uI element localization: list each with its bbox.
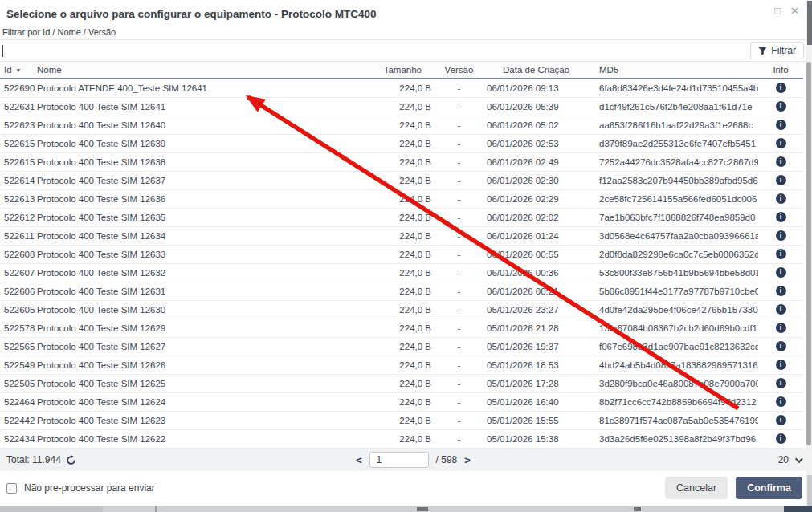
info-icon[interactable]: i (776, 433, 786, 444)
background-page-sliver (784, 506, 812, 512)
table-row[interactable]: 5226151 Protocolo 400 Teste SIM 12638 22… (0, 153, 803, 172)
cell-nome: Protocolo 400 Teste SIM 12632 (35, 268, 353, 278)
table-row[interactable]: 5226055 Protocolo 400 Teste SIM 12630 22… (0, 301, 803, 319)
close-icon[interactable]: ✕ (790, 6, 799, 17)
table-row[interactable]: 5226129 Protocolo 400 Teste SIM 12635 22… (0, 209, 803, 227)
cell-versao: - (433, 231, 485, 241)
info-icon[interactable]: i (776, 193, 786, 204)
filter-row: Filtrar (0, 39, 812, 62)
info-icon[interactable]: i (776, 83, 786, 93)
cell-nome: Protocolo 400 Teste SIM 12635 (35, 213, 353, 222)
page-number-input[interactable] (369, 452, 429, 468)
cell-tamanho: 224,0 B (353, 120, 433, 130)
cell-tamanho: 224,0 B (353, 323, 433, 333)
column-header-data-criacao[interactable]: Data de Criação (485, 65, 598, 75)
table-row[interactable]: 5226319 Protocolo 400 Teste SIM 12641 22… (0, 98, 803, 116)
info-icon[interactable]: i (776, 360, 786, 370)
cell-md5: 3d3a26d5f6e0251398a8f2b49f37bd96 (598, 434, 758, 444)
cell-versao: - (433, 305, 485, 315)
column-header-tamanho[interactable]: Tamanho (353, 65, 433, 75)
cell-id: 5224421 (0, 416, 35, 425)
confirm-button[interactable]: Confirma (736, 477, 802, 499)
table-row[interactable]: 5224348 Protocolo 400 Teste SIM 12622 22… (0, 430, 803, 449)
cell-data-criacao: 06/01/2026 02:53 (485, 139, 598, 148)
table-row[interactable]: 5226139 Protocolo 400 Teste SIM 12636 22… (0, 190, 803, 209)
cell-nome: Protocolo 400 Teste SIM 12622 (35, 434, 353, 444)
table-row[interactable]: 5225496 Protocolo 400 Teste SIM 12626 22… (0, 356, 803, 375)
cancel-button[interactable]: Cancelar (665, 477, 728, 499)
table-row[interactable]: 5225789 Protocolo 400 Teste SIM 12629 22… (0, 319, 803, 338)
filter-button[interactable]: Filtrar (750, 42, 804, 59)
filter-input[interactable] (3, 40, 750, 61)
column-header-nome[interactable]: Nome (35, 65, 353, 75)
cell-nome: Protocolo 400 Teste SIM 12627 (35, 342, 353, 351)
cell-versao: - (433, 139, 485, 148)
table-row[interactable]: 5226083 Protocolo 400 Teste SIM 12633 22… (0, 246, 803, 264)
info-icon[interactable]: i (776, 378, 786, 388)
cell-id: 5226069 (0, 286, 35, 296)
cell-id: 5226072 (0, 268, 35, 278)
cell-versao: - (433, 360, 485, 370)
table-row[interactable]: 5225650 Protocolo 400 Teste SIM 12627 22… (0, 338, 803, 356)
chevron-left-icon[interactable]: < (356, 454, 362, 466)
info-icon[interactable]: i (776, 249, 786, 259)
cell-id: 5226129 (0, 213, 35, 222)
table-row[interactable]: 5226900 Protocolo ATENDE 400_Teste SIM 1… (0, 79, 803, 98)
cell-md5: 53c800f33e8756b41b9b5694bbe58d01 (598, 268, 758, 278)
info-icon[interactable]: i (776, 323, 786, 333)
info-icon[interactable]: i (776, 267, 786, 278)
table-row[interactable]: 5226117 Protocolo 400 Teste SIM 12634 22… (0, 227, 803, 246)
cell-versao: - (433, 194, 485, 204)
cell-info: i (758, 175, 803, 185)
info-icon[interactable]: i (776, 341, 786, 351)
info-icon[interactable]: i (776, 156, 786, 167)
refresh-icon[interactable] (66, 455, 76, 465)
column-header-id[interactable]: Id ▼ (0, 65, 35, 75)
info-icon[interactable]: i (776, 230, 786, 241)
info-icon[interactable]: i (776, 304, 786, 315)
table-row[interactable]: 5224421 Protocolo 400 Teste SIM 12623 22… (0, 412, 803, 430)
table-row[interactable]: 5226069 Protocolo 400 Teste SIM 12631 22… (0, 282, 803, 301)
cell-info: i (758, 101, 803, 112)
cell-info: i (758, 230, 803, 241)
preprocess-checkbox[interactable] (6, 483, 17, 494)
info-icon[interactable]: i (776, 212, 786, 222)
table-row[interactable]: 5224643 Protocolo 400 Teste SIM 12624 22… (0, 393, 803, 412)
cell-tamanho: 224,0 B (353, 397, 433, 407)
cell-md5: 2d0f8da829298e6ca0c7c5eb0806352d (598, 250, 758, 259)
info-icon[interactable]: i (776, 286, 786, 296)
cell-info: i (758, 286, 803, 296)
cell-nome: Protocolo 400 Teste SIM 12638 (35, 157, 353, 167)
cell-nome: Protocolo 400 Teste SIM 12623 (35, 416, 353, 425)
info-icon[interactable]: i (776, 396, 786, 407)
cell-md5: d379f89ae2d255313e6fe7407efb5451 (598, 139, 758, 148)
page-size-select[interactable]: 20 (778, 449, 801, 471)
column-header-versao[interactable]: Versão (433, 65, 485, 75)
info-icon[interactable]: i (776, 415, 786, 425)
maximize-icon[interactable]: □ (774, 6, 781, 17)
cell-info: i (758, 267, 803, 278)
table-row[interactable]: 5226140 Protocolo 400 Teste SIM 12637 22… (0, 172, 803, 190)
cell-info: i (758, 120, 803, 130)
table-row[interactable]: 5226239 Protocolo 400 Teste SIM 12640 22… (0, 116, 803, 135)
chevron-right-icon[interactable]: > (464, 454, 471, 466)
window-scrollbar-thumb[interactable] (807, 1, 812, 45)
cell-md5: 6fa8d83426e3d4fe24d1d73510455a4b (598, 83, 758, 93)
info-icon[interactable]: i (776, 138, 786, 148)
cell-md5: aa653f286f16b1aaf22d29a3f1e2688c (598, 120, 758, 130)
info-icon[interactable]: i (776, 175, 786, 185)
table-row[interactable]: 5226072 Protocolo 400 Teste SIM 12632 22… (0, 264, 803, 282)
info-icon[interactable]: i (776, 101, 786, 112)
list-scrollbar-thumb[interactable] (806, 62, 811, 445)
info-icon[interactable]: i (776, 120, 786, 130)
table-row[interactable]: 5225059 Protocolo 400 Teste SIM 12625 22… (0, 375, 803, 393)
cell-id: 5226055 (0, 305, 35, 315)
file-select-dialog: Selecione o arquivo para configurar o eq… (0, 0, 812, 506)
cell-info: i (758, 249, 803, 259)
cell-versao: - (433, 176, 485, 185)
table-body: 5226900 Protocolo ATENDE 400_Teste SIM 1… (0, 79, 812, 449)
cell-data-criacao: 05/01/2026 15:55 (485, 416, 598, 425)
background-page-sliver (417, 507, 428, 511)
column-header-md5[interactable]: MD5 (598, 65, 758, 75)
table-row[interactable]: 5226152 Protocolo 400 Teste SIM 12639 22… (0, 135, 803, 153)
